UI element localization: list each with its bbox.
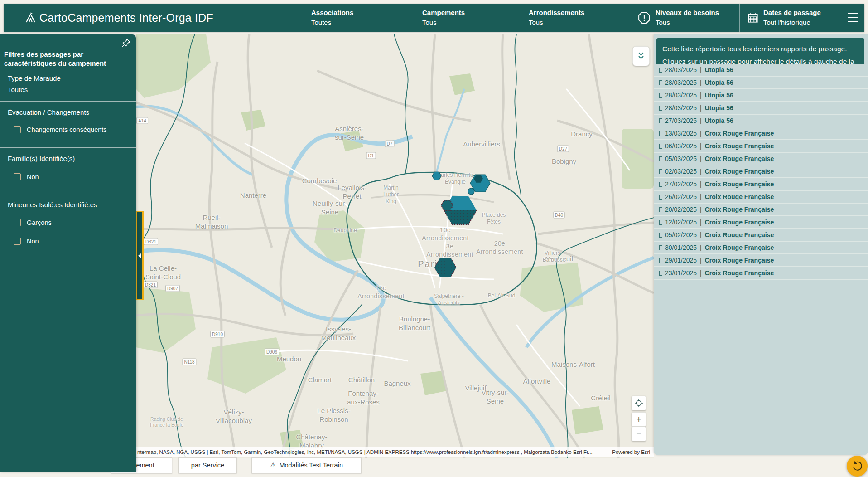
separator: | (700, 79, 702, 86)
separator: | (700, 269, 702, 277)
checkbox-changements-consequents[interactable]: Changements conséquents (14, 126, 107, 133)
map-marker-hexbin[interactable] (468, 188, 474, 195)
separator: | (700, 66, 702, 73)
map-marker-hexbin[interactable] (432, 172, 441, 180)
passage-date: 26/02/2025 (665, 193, 697, 200)
map-marker-hexbin[interactable] (434, 258, 456, 277)
filter-arrondissements[interactable]: Arrondissements Tous (521, 4, 630, 32)
passage-org: Croix Rouge Française (705, 130, 774, 137)
checkbox-label: Changements conséquents (27, 126, 107, 133)
passage-date: 05/02/2025 (665, 231, 697, 238)
passage-list-item[interactable]: 28/03/2025|Utopia 56 (654, 102, 868, 115)
passage-list-item[interactable]: 28/03/2025|Utopia 56 (654, 89, 868, 102)
checkbox-mineurs-non[interactable]: Non (14, 238, 39, 245)
checkbox-familles-non[interactable]: Non (14, 173, 39, 180)
tab-modalites-test-terrain[interactable]: ⚠ Modalités Test Terrain (251, 457, 362, 473)
passage-list-item[interactable]: 13/03/2025|Croix Rouge Française (654, 127, 868, 140)
passage-date: 28/03/2025 (665, 79, 697, 86)
passage-list-item[interactable]: 06/03/2025|Croix Rouge Française (654, 140, 868, 153)
map-marker-hexbin[interactable] (441, 200, 453, 211)
filter-label: Campements (422, 8, 465, 18)
checkbox-garcons[interactable]: Garçons (14, 219, 52, 226)
passage-list-item[interactable]: 27/03/2025|Utopia 56 (654, 115, 868, 127)
checkbox-icon[interactable] (14, 238, 21, 245)
passage-list-item[interactable]: 28/03/2025|Utopia 56 (654, 64, 868, 77)
attribution-text: ntermap, NASA, NGA, USGS | Esri, TomTom,… (136, 449, 604, 455)
passage-org: Croix Rouge Française (705, 257, 774, 264)
passage-list-item[interactable]: 28/03/2025|Utopia 56 (654, 77, 868, 89)
divider (0, 101, 136, 102)
passage-org: Croix Rouge Française (705, 168, 774, 175)
sidebar-expand-handle[interactable] (136, 211, 144, 300)
passage-list-item[interactable]: 23/01/2025|Croix Rouge Française (654, 267, 868, 280)
separator: | (700, 257, 702, 264)
passage-org: Croix Rouge Française (705, 155, 774, 162)
passage-list-item[interactable]: 26/02/2025|Croix Rouge Française (654, 191, 868, 204)
separator: | (700, 206, 702, 213)
map-attribution: ntermap, NASA, NGA, USGS | Esri, TomTom,… (136, 447, 654, 457)
section-mineurs-title: Mineur.es Isolé.es Identifié.es (8, 201, 97, 209)
calendar-glyph-icon (659, 207, 662, 212)
tab-label: Modalités Test Terrain (279, 462, 343, 469)
passage-list-item[interactable]: 05/03/2025|Croix Rouge Française (654, 153, 868, 165)
separator: | (700, 142, 702, 150)
separator: | (700, 231, 702, 238)
collapse-list-button[interactable] (632, 46, 650, 66)
passages-panel: Cette liste répertorie tous les derniers… (654, 34, 868, 455)
filter-dates-passage[interactable]: Dates de passage Tout l'historique (739, 4, 848, 32)
passage-list-item[interactable]: 02/03/2025|Croix Rouge Française (654, 165, 868, 178)
passage-org: Croix Rouge Française (705, 244, 774, 251)
passage-list-item[interactable]: 05/02/2025|Croix Rouge Française (654, 229, 868, 242)
passage-date: 20/02/2025 (665, 206, 697, 213)
filter-label: Arrondissements (529, 8, 584, 18)
powered-by-esri: Powered by Esri (604, 449, 654, 455)
passage-list-item[interactable]: 27/02/2025|Croix Rouge Française (654, 178, 868, 191)
pushpin-icon[interactable] (121, 38, 131, 49)
passage-org: Croix Rouge Française (705, 206, 774, 213)
locate-button[interactable] (632, 396, 646, 410)
calendar-glyph-icon (659, 169, 662, 174)
passage-date: 28/03/2025 (665, 92, 697, 99)
filter-value: Tous (529, 18, 584, 28)
calendar-icon (747, 12, 759, 24)
separator: | (700, 219, 702, 226)
separator: | (700, 92, 702, 99)
checkbox-label: Non (27, 238, 39, 245)
checkbox-icon[interactable] (14, 173, 21, 180)
hamburger-menu-icon[interactable] (847, 12, 859, 23)
map-canvas[interactable]: Asnières- sur-Seine Aubervilliers Drancy… (136, 34, 654, 458)
passage-list-item[interactable]: 20/02/2025|Croix Rouge Française (654, 204, 868, 216)
divider (0, 194, 136, 194)
passage-list-item[interactable]: 12/02/2025|Croix Rouge Française (654, 216, 868, 229)
filters-sidebar: Filtres des passages par caractéristique… (0, 34, 136, 472)
checkbox-icon[interactable] (14, 126, 21, 133)
filter-associations[interactable]: Associations Toutes (304, 4, 415, 32)
passage-list-item[interactable]: 30/01/2025|Croix Rouge Française (654, 242, 868, 254)
passage-list-item[interactable]: 29/01/2025|Croix Rouge Française (654, 254, 868, 267)
checkbox-label: Non (27, 173, 39, 180)
passage-org: Utopia 56 (705, 79, 733, 86)
passage-org: Utopia 56 (705, 117, 733, 124)
sidebar-title-text: Filtres des passages par (4, 50, 83, 58)
reset-refresh-fab[interactable] (847, 456, 868, 477)
checkbox-icon[interactable] (14, 219, 21, 226)
chevron-left-icon (138, 253, 141, 258)
separator: | (700, 104, 702, 112)
passage-date: 02/03/2025 (665, 168, 697, 175)
app-brand: CartoCampements Inter-Orga IDF (24, 4, 213, 32)
zoom-out-button[interactable]: − (632, 427, 646, 441)
sidebar-title-link[interactable]: caractéristiques du campement (4, 59, 106, 67)
passage-org: Croix Rouge Française (705, 142, 774, 150)
calendar-glyph-icon (659, 131, 662, 136)
zoom-in-button[interactable]: + (632, 412, 646, 427)
filter-value: Tout l'historique (763, 18, 821, 28)
passage-org: Croix Rouge Française (705, 180, 774, 188)
filter-label: Associations (311, 8, 353, 18)
passage-org: Utopia 56 (705, 104, 733, 112)
maraude-value[interactable]: Toutes (8, 86, 28, 93)
app-title: CartoCampements Inter-Orga IDF (39, 11, 213, 24)
tab-par-service[interactable]: par Service (178, 457, 237, 473)
filter-campements[interactable]: Campements Tous (415, 4, 521, 32)
filter-niveaux-besoins[interactable]: Niveaux de besoins Tous (630, 4, 739, 32)
calendar-glyph-icon (659, 233, 662, 238)
